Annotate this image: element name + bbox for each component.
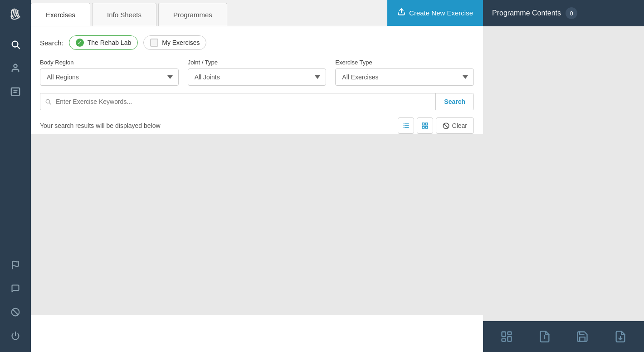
exercise-type-filter: Exercise Type All Exercises Strengthenin… bbox=[335, 59, 474, 86]
clear-button[interactable]: Clear bbox=[436, 117, 474, 134]
programme-count-badge: 0 bbox=[566, 7, 577, 19]
view-controls: Clear bbox=[398, 117, 474, 134]
svg-rect-27 bbox=[507, 337, 511, 342]
svg-point-2 bbox=[14, 64, 17, 68]
programme-contents-header: Programme Contents 0 bbox=[483, 0, 644, 26]
filter-row: Body Region All Regions Upper Limb Lower… bbox=[40, 59, 474, 86]
svg-line-1 bbox=[17, 46, 20, 49]
create-exercise-button[interactable]: Create New Exercise bbox=[387, 0, 483, 26]
svg-rect-25 bbox=[502, 332, 505, 337]
search-button[interactable]: Search bbox=[435, 93, 473, 110]
joint-type-label: Joint / Type bbox=[188, 59, 327, 66]
svg-line-8 bbox=[13, 309, 18, 315]
left-sidebar bbox=[0, 0, 31, 352]
programme-contents-title: Programme Contents bbox=[492, 9, 561, 17]
svg-line-24 bbox=[444, 124, 448, 128]
svg-rect-19 bbox=[422, 123, 424, 125]
exercise-type-select[interactable]: All Exercises Strengthening Stretching B… bbox=[335, 68, 474, 86]
unchecked-box bbox=[150, 39, 158, 47]
programme-contents-body bbox=[483, 26, 644, 321]
rehab-lab-toggle[interactable]: ✓ The Rehab Lab bbox=[69, 35, 138, 50]
tab-bar: Exercises Info Sheets Programmes bbox=[31, 0, 229, 26]
svg-rect-3 bbox=[11, 88, 20, 96]
grid-view-button[interactable] bbox=[417, 117, 433, 134]
contacts-nav-icon[interactable] bbox=[6, 83, 24, 101]
right-sidebar-footer bbox=[483, 321, 644, 352]
power-nav-icon[interactable] bbox=[6, 327, 24, 345]
joint-type-select[interactable]: All Joints Shoulder Elbow Wrist Hip Knee… bbox=[188, 68, 327, 86]
svg-rect-22 bbox=[425, 126, 428, 128]
svg-rect-28 bbox=[502, 339, 505, 342]
results-text: Your search results will be displayed be… bbox=[40, 122, 398, 129]
content-area: Search: ✓ The Rehab Lab My Exercises Bod… bbox=[31, 26, 483, 352]
tab-programmes[interactable]: Programmes bbox=[158, 3, 227, 26]
tab-info-sheets[interactable]: Info Sheets bbox=[92, 3, 156, 26]
footer-export-icon[interactable] bbox=[609, 325, 632, 348]
svg-rect-21 bbox=[422, 126, 424, 128]
footer-exercises-icon[interactable] bbox=[495, 325, 518, 348]
search-label: Search: bbox=[40, 39, 63, 47]
results-bar: Your search results will be displayed be… bbox=[40, 117, 474, 134]
keyword-search-icon bbox=[40, 93, 56, 110]
joint-type-filter: Joint / Type All Joints Shoulder Elbow W… bbox=[188, 59, 327, 86]
keyword-input[interactable] bbox=[56, 93, 435, 110]
my-exercises-toggle[interactable]: My Exercises bbox=[143, 35, 206, 50]
keyword-row: Search bbox=[40, 93, 474, 110]
body-region-select[interactable]: All Regions Upper Limb Lower Limb Spine … bbox=[40, 68, 179, 86]
body-region-filter: Body Region All Regions Upper Limb Lower… bbox=[40, 59, 179, 86]
svg-rect-26 bbox=[507, 332, 511, 335]
check-icon: ✓ bbox=[76, 39, 84, 47]
search-nav-icon[interactable] bbox=[6, 35, 24, 54]
footer-save-icon[interactable] bbox=[571, 325, 594, 348]
list-view-button[interactable] bbox=[398, 117, 414, 134]
top-bar: Exercises Info Sheets Programmes Create … bbox=[31, 0, 483, 26]
svg-rect-20 bbox=[425, 123, 428, 125]
app-logo bbox=[6, 5, 25, 24]
svg-line-12 bbox=[49, 103, 51, 104]
results-area bbox=[31, 134, 483, 315]
user-nav-icon[interactable] bbox=[6, 59, 24, 77]
footer-info-icon[interactable] bbox=[533, 325, 556, 348]
search-row: Search: ✓ The Rehab Lab My Exercises bbox=[40, 35, 474, 50]
right-sidebar: Programme Contents 0 bbox=[483, 0, 644, 352]
exercise-type-label: Exercise Type bbox=[335, 59, 474, 66]
body-region-label: Body Region bbox=[40, 59, 179, 66]
tab-exercises[interactable]: Exercises bbox=[31, 3, 90, 26]
help-nav-icon[interactable] bbox=[6, 303, 24, 321]
flag-nav-icon[interactable] bbox=[6, 256, 24, 274]
upload-icon bbox=[397, 8, 405, 18]
main-wrapper: Exercises Info Sheets Programmes Create … bbox=[31, 0, 483, 352]
chat-nav-icon[interactable] bbox=[6, 279, 24, 298]
